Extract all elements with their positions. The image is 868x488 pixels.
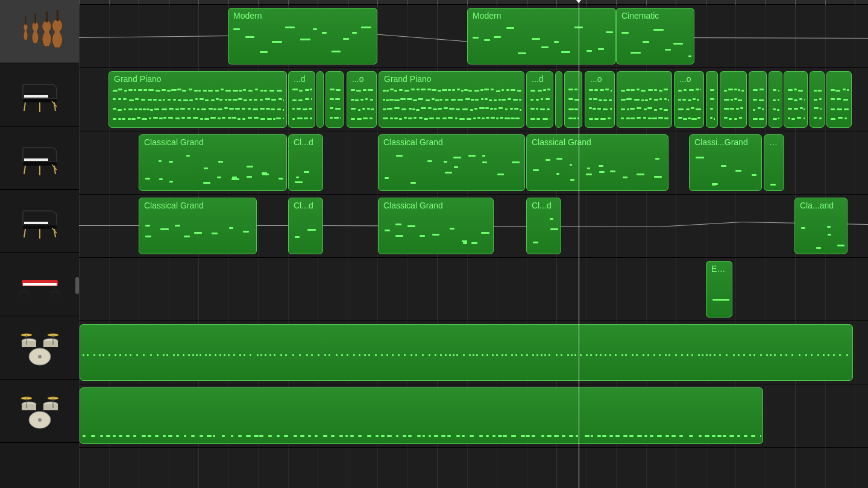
region-label: Classical Grand [139, 135, 286, 148]
playhead[interactable] [579, 0, 579, 488]
strings-icon [16, 10, 64, 52]
midi-region[interactable]: Classical Grand [139, 198, 257, 254]
midi-region[interactable]: Grand Piano [108, 71, 287, 128]
midi-notes [619, 24, 691, 61]
drums-icon [16, 390, 64, 432]
track-header-drums-1[interactable] [0, 316, 79, 380]
midi-region[interactable] [826, 71, 852, 128]
piano-icon [16, 74, 64, 116]
ruler-tick [407, 0, 408, 5]
region-label: Cl...d [289, 135, 322, 148]
svg-rect-43 [43, 404, 58, 410]
midi-notes [772, 87, 779, 125]
midi-region[interactable]: ...o [347, 71, 377, 128]
midi-region[interactable] [784, 71, 808, 128]
track-header-strings[interactable] [0, 0, 79, 63]
midi-notes [767, 151, 781, 188]
ruler-tick [109, 0, 110, 5]
svg-line-24 [19, 286, 24, 297]
midi-region[interactable]: ...o [674, 71, 704, 128]
ruler-tick [766, 0, 766, 5]
midi-region[interactable]: Cla...and [794, 198, 848, 254]
midi-notes [529, 87, 550, 125]
track-resize-handle[interactable] [75, 277, 79, 294]
midi-notes [470, 24, 613, 61]
midi-region[interactable]: Cinematic [616, 8, 694, 64]
track-header-keyboard-red[interactable] [0, 253, 79, 316]
svg-rect-11 [24, 158, 48, 161]
ruler-tick [198, 0, 199, 5]
track-header-drums-2[interactable] [0, 380, 79, 443]
ruler-tick [258, 0, 259, 5]
timeline-ruler[interactable] [79, 0, 868, 5]
midi-region[interactable] [316, 71, 324, 128]
midi-region[interactable]: ...o [585, 71, 615, 128]
svg-rect-5 [24, 95, 48, 98]
track-lane-classical-grand-2[interactable]: Classical GrandCl...dClassical GrandCl..… [79, 195, 868, 258]
region-label: ...o [585, 72, 614, 85]
ruler-tick [318, 0, 318, 5]
midi-notes [787, 87, 805, 125]
ruler-tick [825, 0, 826, 5]
midi-region[interactable] [80, 324, 853, 381]
region-label: … [764, 135, 784, 148]
midi-region[interactable]: ...d [526, 71, 553, 128]
region-label: Grand Piano [379, 72, 524, 85]
region-label: Cla...and [795, 198, 847, 211]
midi-region[interactable]: Modern [467, 8, 616, 64]
arrange-area[interactable]: ModernModernCinematicGrand Piano...d...o… [79, 0, 868, 488]
midi-region[interactable] [769, 71, 782, 128]
midi-region[interactable]: Cl...d [288, 134, 323, 191]
track-lane-strings[interactable]: ModernModernCinematic [79, 5, 868, 68]
svg-rect-1 [34, 14, 36, 23]
ruler-tick [288, 0, 289, 5]
midi-region[interactable] [720, 71, 747, 128]
midi-region[interactable]: Cl...d [526, 198, 561, 254]
track-lane-grand-piano-1[interactable]: Grand Piano...d...oGrand Piano...d...o..… [79, 68, 868, 131]
midi-region[interactable] [555, 71, 562, 128]
midi-region[interactable] [617, 71, 672, 128]
midi-region[interactable]: Grand Piano [379, 71, 524, 128]
region-label: ...o [347, 72, 376, 85]
midi-notes [677, 87, 701, 125]
track-header-grand-piano-1[interactable] [0, 63, 79, 127]
midi-notes [588, 87, 612, 125]
svg-rect-0 [25, 16, 27, 25]
svg-rect-31 [22, 341, 36, 347]
region-label: Cl...d [289, 198, 322, 211]
midi-region[interactable]: ...d [288, 71, 315, 128]
midi-region[interactable] [80, 387, 763, 444]
midi-region[interactable]: … [764, 134, 784, 191]
midi-region[interactable] [326, 71, 344, 128]
midi-region[interactable]: Classical Grand [378, 134, 525, 191]
region-label: ...d [289, 72, 315, 85]
midi-region[interactable]: Classical Grand [378, 198, 494, 254]
midi-region[interactable] [706, 71, 718, 128]
region-label: Classi...Grand [690, 135, 761, 148]
midi-region[interactable]: Cl...d [288, 198, 323, 254]
track-lane-keyboard-red[interactable]: E...n [79, 258, 868, 321]
midi-region[interactable] [749, 71, 767, 128]
piano-icon [16, 137, 64, 179]
track-header-classical-grand-1[interactable] [0, 127, 79, 190]
track-lane-drums-1[interactable] [79, 321, 868, 384]
midi-notes [142, 214, 254, 251]
midi-region[interactable]: Classical Grand [526, 134, 668, 191]
svg-rect-10 [23, 162, 57, 166]
track-lane-drums-2[interactable] [79, 384, 868, 448]
region-label: Classical Grand [139, 198, 256, 211]
midi-region[interactable]: Classical Grand [139, 134, 287, 191]
ruler-tick [587, 0, 587, 5]
midi-region[interactable]: Modern [228, 8, 377, 64]
midi-region[interactable]: E...n [706, 261, 732, 318]
midi-region[interactable]: Classi...Grand [689, 134, 762, 191]
midi-notes [558, 87, 559, 125]
track-header-classical-grand-2[interactable] [0, 190, 79, 253]
svg-rect-3 [57, 10, 58, 21]
track-headers-column [0, 0, 79, 488]
midi-region[interactable] [564, 71, 582, 128]
track-lane-classical-grand-1[interactable]: Classical GrandCl...dClassical GrandClas… [79, 131, 868, 195]
ruler-tick [79, 0, 80, 5]
svg-rect-23 [23, 283, 57, 286]
midi-region[interactable] [810, 71, 825, 128]
